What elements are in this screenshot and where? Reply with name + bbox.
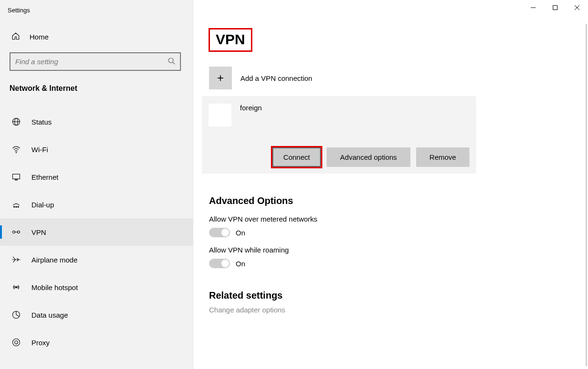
minimize-button[interactable] [522,0,544,15]
advanced-options-button[interactable]: Advanced options [327,147,410,167]
sidebar-item-data[interactable]: Data usage [0,301,193,329]
sidebar-item-label: Mobile hotspot [31,283,78,291]
data-usage-icon [11,310,21,320]
sidebar-item-label: Data usage [31,311,68,319]
wifi-icon [11,145,21,154]
globe-icon [11,117,21,126]
sidebar-item-vpn[interactable]: VPN [0,218,193,246]
svg-rect-10 [13,174,20,179]
svg-point-20 [13,339,20,346]
vpn-connection-card[interactable]: foreign Connect Advanced options Remove [202,96,476,174]
sidebar-item-label: Proxy [31,339,50,347]
sidebar-item-proxy[interactable]: Proxy [0,329,193,356]
app-title: Settings [0,0,193,27]
metered-label: Allow VPN over metered networks [209,215,588,223]
sidebar-item-wifi[interactable]: Wi-Fi [0,136,193,163]
svg-point-18 [15,286,17,288]
svg-line-5 [173,62,175,64]
sidebar-item-ethernet[interactable]: Ethernet [0,163,193,191]
window-controls [522,0,588,15]
vpn-connection-name: foreign [240,104,262,112]
roaming-toggle[interactable] [209,259,230,268]
metered-state: On [236,229,245,237]
roaming-label: Allow VPN while roaming [209,246,588,254]
search-icon [168,57,175,66]
sidebar-item-label: Wi-Fi [31,146,48,154]
sidebar-item-airplane[interactable]: Airplane mode [0,246,193,273]
sidebar-nav: Status Wi-Fi Ethernet Dial-up [0,97,193,356]
advanced-options-heading: Advanced Options [209,195,588,206]
sidebar-item-hotspot[interactable]: Mobile hotspot [0,273,193,301]
sidebar-item-status[interactable]: Status [0,108,193,136]
airplane-icon [11,255,21,264]
svg-point-4 [169,58,173,63]
sidebar-item-label: Airplane mode [31,256,78,264]
sidebar-item-label: Dial-up [31,201,54,209]
sidebar: Settings Home Network & Internet Status [0,0,193,369]
page-title: VPN [210,29,251,50]
svg-rect-1 [553,6,558,10]
svg-point-15 [13,231,15,233]
svg-point-9 [16,152,17,153]
vpn-connection-icon [209,104,231,126]
close-button[interactable] [566,0,588,15]
add-vpn-row[interactable]: + Add a VPN connection [209,67,588,89]
svg-rect-11 [15,179,18,180]
vpn-icon [11,227,21,237]
maximize-button[interactable] [544,0,566,15]
scrollbar[interactable] [586,24,587,366]
plus-icon: + [209,67,232,89]
remove-button[interactable]: Remove [416,147,469,167]
related-settings-heading: Related settings [209,290,588,301]
search-box[interactable] [10,52,181,71]
roaming-state: On [236,260,245,268]
sidebar-item-label: Ethernet [31,173,59,181]
connect-button[interactable]: Connect [272,147,321,167]
svg-point-16 [18,231,20,233]
sidebar-home[interactable]: Home [0,27,193,47]
change-adapter-link[interactable]: Change adapter options [209,306,588,314]
svg-point-21 [15,341,18,344]
svg-point-13 [16,206,17,208]
ethernet-icon [11,172,21,182]
svg-point-12 [14,206,15,208]
selected-indicator [0,225,2,239]
home-icon [11,32,20,42]
dialup-icon [11,200,21,209]
sidebar-item-label: VPN [31,228,46,236]
proxy-icon [11,338,21,347]
search-input[interactable] [15,58,168,66]
home-label: Home [30,33,49,41]
metered-toggle[interactable] [209,228,230,237]
sidebar-item-dialup[interactable]: Dial-up [0,191,193,218]
sidebar-category: Network & Internet [0,76,193,97]
hotspot-icon [11,282,21,292]
svg-point-14 [18,206,19,208]
main-content: VPN + Add a VPN connection foreign Conne… [193,0,588,369]
sidebar-item-label: Status [31,118,52,126]
add-vpn-label: Add a VPN connection [240,74,312,82]
